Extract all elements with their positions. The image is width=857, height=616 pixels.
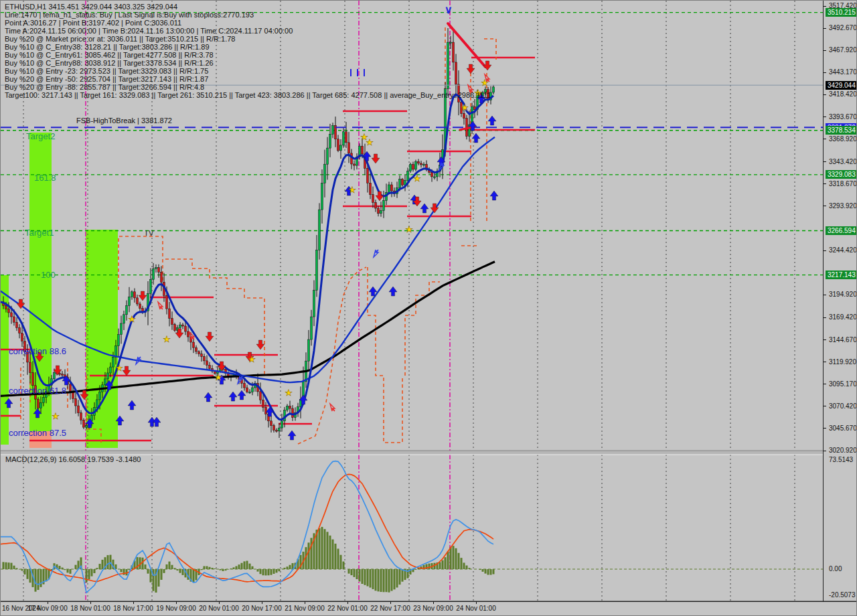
pane-splitter[interactable] xyxy=(1,451,823,455)
candle-body xyxy=(407,171,409,181)
macd-histogram-bar xyxy=(439,562,441,569)
macd-histogram-bar xyxy=(102,560,104,569)
macd-histogram-bar xyxy=(171,565,173,569)
buy-arrow-icon xyxy=(204,392,212,402)
macd-histogram-bar xyxy=(270,569,272,575)
candle-body xyxy=(249,392,251,393)
macd-histogram-bar xyxy=(204,566,206,569)
macd-histogram-bar xyxy=(308,542,310,569)
macd-tick-label: 73.5143 xyxy=(829,456,853,463)
macd-histogram-bar xyxy=(37,569,40,590)
candle-body xyxy=(316,250,318,290)
macd-histogram-bar xyxy=(402,569,404,582)
candle-body xyxy=(182,325,184,326)
candle-body xyxy=(340,145,342,151)
price-tick-label: 3467.920 xyxy=(829,46,857,54)
axis-tick-mark xyxy=(476,602,477,604)
candle-body xyxy=(40,402,42,408)
macd-histogram-bar xyxy=(67,569,69,572)
macd-histogram-bar xyxy=(265,569,267,575)
axis-tick-mark xyxy=(824,72,826,73)
macd-histogram-bar xyxy=(70,569,72,574)
price-tick-label: 3443.170 xyxy=(829,68,857,76)
axis-tick-mark xyxy=(824,384,826,384)
star-signal-icon: ★ xyxy=(366,137,374,147)
candle-body xyxy=(410,164,412,171)
candle-body xyxy=(375,202,377,208)
macd-histogram-bar xyxy=(311,538,313,569)
macd-histogram-bar xyxy=(252,566,254,569)
macd-histogram-bar xyxy=(13,566,15,569)
candle-body xyxy=(415,161,417,169)
macd-histogram-bar xyxy=(329,536,331,569)
macd-histogram-bar xyxy=(324,529,326,569)
macd-histogram-bar xyxy=(169,562,171,569)
candle-body xyxy=(402,179,404,185)
macd-histogram-bar xyxy=(279,569,281,571)
macd-histogram-bar xyxy=(487,569,489,574)
candle-body xyxy=(351,153,353,164)
candle-body xyxy=(179,325,181,327)
price-tick-label: 3020.920 xyxy=(829,447,857,454)
axis-tick-mark xyxy=(48,602,48,604)
candle-body xyxy=(83,420,85,427)
axis-tick-mark xyxy=(824,50,826,51)
candle-body xyxy=(115,346,117,358)
price-tick-label: 3194.920 xyxy=(829,291,857,298)
macd-histogram-bar xyxy=(276,569,278,572)
sell-arrow-icon xyxy=(139,291,147,301)
sell-arrow-icon xyxy=(218,362,226,371)
macd-histogram-bar xyxy=(206,566,208,569)
axis-tick-mark xyxy=(390,602,391,604)
sell-arrow-icon xyxy=(256,340,264,350)
macd-histogram-bar xyxy=(262,569,264,575)
price-badge: 3378.534 xyxy=(826,126,857,135)
candle-body xyxy=(418,161,420,163)
macd-histogram-bar xyxy=(225,569,227,570)
macd-main-line xyxy=(1,461,493,593)
candle-body xyxy=(252,388,254,392)
candle-body xyxy=(174,325,176,331)
candle-body xyxy=(24,341,26,352)
macd-histogram-bar xyxy=(359,569,361,581)
macd-histogram-bar xyxy=(372,569,374,589)
candle-body xyxy=(362,146,364,154)
macd-histogram-bar xyxy=(46,569,48,581)
axis-tick-mark xyxy=(433,602,434,604)
time-tick-label: 24 Nov 01:00 xyxy=(456,605,496,612)
candle-body xyxy=(420,163,422,165)
price-axis[interactable]: 3517.4203492.6703467.9203443.1703418.420… xyxy=(823,1,857,601)
macd-histogram-bar xyxy=(289,565,291,569)
axis-tick-mark xyxy=(133,602,134,604)
macd-histogram-bar xyxy=(8,562,10,569)
macd-histogram-bar xyxy=(327,532,329,569)
price-chart[interactable]: ★★★★★★★★★★★★★★★ xyxy=(1,1,857,616)
axis-tick-mark xyxy=(219,602,220,604)
macd-histogram-bar xyxy=(107,555,109,569)
macd-histogram-bar xyxy=(64,569,66,570)
candle-body xyxy=(118,335,120,346)
candle-body xyxy=(204,356,206,360)
candle-body xyxy=(354,164,356,165)
axis-tick-mark xyxy=(347,602,348,604)
candle-body xyxy=(485,89,487,92)
candle-body xyxy=(378,208,380,214)
time-axis[interactable]: 16 Nov 202417 Nov 09:0018 Nov 01:0018 No… xyxy=(1,601,857,616)
macd-histogram-bar xyxy=(161,569,163,580)
candle-body xyxy=(8,309,10,313)
candle-body xyxy=(423,164,425,165)
candle-body xyxy=(43,397,45,402)
time-tick-label: 22 Nov 01:00 xyxy=(327,605,368,612)
macd-histogram-bar xyxy=(166,564,168,569)
macd-histogram-bar xyxy=(88,569,90,579)
macd-histogram-bar xyxy=(391,569,393,591)
axis-tick-mark xyxy=(824,94,826,95)
hollow-sell-arrow-icon xyxy=(330,404,335,411)
price-tick-label: 3343.420 xyxy=(829,158,857,165)
macd-histogram-bar xyxy=(214,568,216,569)
macd-histogram-bar xyxy=(386,569,388,592)
candle-body xyxy=(139,304,141,309)
candle-body xyxy=(434,177,436,178)
price-tick-label: 3144.670 xyxy=(829,336,857,343)
candle-body xyxy=(391,185,393,191)
